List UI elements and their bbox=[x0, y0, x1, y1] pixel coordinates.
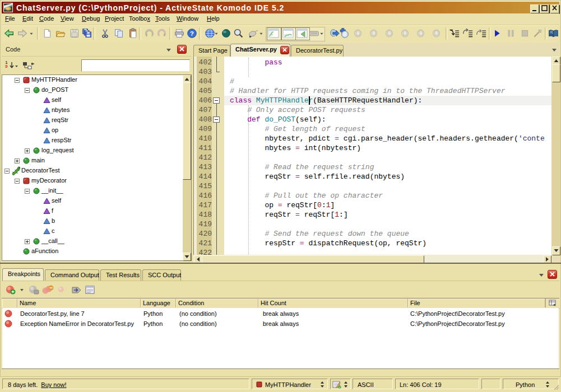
svg-text:?: ? bbox=[190, 30, 194, 37]
